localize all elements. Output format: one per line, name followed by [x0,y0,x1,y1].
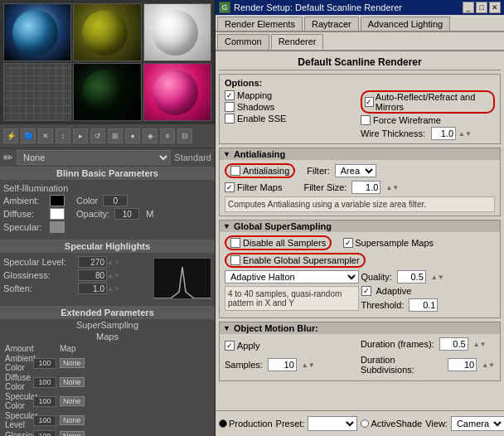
specular-swatch[interactable] [50,221,65,233]
duration-spinner[interactable]: ▲▼ [473,341,487,348]
filter-maps-checkbox[interactable] [225,182,235,192]
gloss-value[interactable] [78,269,107,281]
color-label: Color [76,196,98,206]
supersample-maps-checkbox[interactable] [343,238,353,248]
duration-value[interactable] [439,337,468,351]
shadows-checkbox[interactable] [225,102,235,112]
mb-grid: Apply Duration (frames): ▲▼ Samples: ▲▼ … [225,337,495,377]
threshold-row: Threshold: [361,298,496,312]
thumb-olive[interactable] [73,3,141,61]
amount-col-header: Amount [5,344,30,353]
filter-size-spinner[interactable]: ▲▼ [385,184,399,191]
production-radio-item: Production [219,419,273,429]
diffuse-swatch[interactable] [50,208,65,220]
filter-size-value[interactable] [351,181,380,194]
dur-subdiv-value[interactable] [448,358,477,371]
thumb-pink[interactable] [143,63,211,121]
tool-icon-3[interactable]: ✕ [38,128,53,143]
sampler-select[interactable]: Adaptive Halton [225,270,359,283]
apply-checkbox[interactable] [225,341,235,351]
wire-thickness-spinner[interactable]: ▲▼ [458,130,472,138]
specular-color-amount[interactable] [33,396,56,407]
activeshade-radio[interactable] [361,419,369,428]
threshold-value[interactable] [409,298,438,312]
aa-row-2: Filter Maps Filter Size: ▲▼ [225,181,495,194]
wire-thickness-value[interactable] [431,127,456,140]
maximize-button[interactable]: □ [476,2,487,13]
gs-collapse-icon[interactable]: ▼ [223,222,230,230]
gs-body: Disable all Samplers Supersample Maps En… [220,232,500,317]
aa-collapse-icon[interactable]: ▼ [223,150,230,158]
force-wireframe-checkbox[interactable] [361,115,371,125]
mode-select[interactable]: None [17,150,171,165]
duration-label: Duration (frames): [361,339,434,349]
ambient-color-map-btn[interactable]: None [60,358,85,368]
filter-select[interactable]: Area [335,164,376,177]
color-value[interactable] [103,195,128,206]
adaptive-row: Adaptive [361,286,496,296]
spec-level-spinner[interactable]: ▲▼ [107,259,120,266]
opacity-value[interactable] [114,208,139,220]
diffuse-color-map-btn[interactable]: None [60,377,85,387]
minimize-button[interactable]: _ [463,2,474,13]
enablesse-checkbox[interactable] [225,114,235,124]
gs-grid: Adaptive Halton 4 to 40 samples, quasi-r… [225,270,495,314]
tab-common[interactable]: Common [217,34,269,50]
adaptive-checkbox[interactable] [361,286,371,296]
mapping-checkbox[interactable] [225,90,235,100]
diffuse-color-amount[interactable] [33,377,56,388]
samples-value[interactable] [268,358,297,371]
dur-subdiv-spinner[interactable]: ▲▼ [482,361,495,369]
tool-icon-1[interactable]: ⚡ [3,128,18,143]
thumb-white[interactable] [143,3,211,61]
tool-icon-2[interactable]: 🔵 [21,128,36,143]
title-bar: G Render Setup: Default Scanline Rendere… [216,0,504,15]
samples-spinner[interactable]: ▲▼ [302,361,315,369]
antialiasing-checkbox[interactable] [230,166,240,176]
specular-level-amount[interactable] [33,415,56,426]
tool-icon-9[interactable]: ◈ [143,128,158,143]
production-radio[interactable] [219,419,227,428]
tab-renderer[interactable]: Renderer [271,34,324,50]
tool-icon-7[interactable]: ⊞ [108,128,123,143]
tool-icon-10[interactable]: ≡ [160,128,175,143]
spec-level-value[interactable] [78,256,107,268]
enable-global-checkbox[interactable] [230,255,240,265]
thumb-grid[interactable] [3,63,71,121]
tool-icon-11[interactable]: ⊟ [177,128,192,143]
ambient-swatch[interactable] [50,195,65,206]
glossiness-map-btn[interactable]: None [60,431,85,437]
glossiness-amount[interactable] [33,430,56,436]
tab-render-elements[interactable]: Render Elements [217,17,303,31]
soften-value[interactable] [78,283,107,294]
motion-blur-section: ▼ Object Motion Blur: Apply Duration (fr… [219,322,501,381]
soften-label: Soften: [3,283,78,293]
quality-spinner[interactable]: ▲▼ [431,274,444,281]
opacity-label: Opacity: [76,209,109,219]
close-button[interactable]: ✕ [489,2,501,13]
specular-level-label: Specular Level [5,411,30,429]
sampler-row: Adaptive Halton [225,270,359,283]
view-select[interactable]: Camera01 [451,416,504,431]
tool-icon-5[interactable]: ▸ [73,128,88,143]
specular-color-map-btn[interactable]: None [60,396,85,406]
soften-spinner[interactable]: ▲▼ [107,285,120,293]
quality-value[interactable] [397,270,426,283]
ambient-color-amount[interactable] [33,358,56,369]
aa-circle: Antialiasing [225,163,295,178]
tab-advanced-lighting[interactable]: Advanced Lighting [361,17,451,31]
tool-icon-8[interactable]: ♦ [125,128,140,143]
tool-icon-6[interactable]: ↺ [90,128,105,143]
tab-raytracer[interactable]: Raytracer [304,17,359,31]
disable-all-checkbox[interactable] [230,238,240,248]
tool-icon-4[interactable]: ↕ [56,128,70,143]
filter-label: Filter: [307,166,330,176]
disable-all-label: Disable all Samplers [243,238,326,248]
gloss-spinner[interactable]: ▲▼ [107,272,120,279]
specular-level-map-btn[interactable]: None [60,415,85,425]
mb-collapse-icon[interactable]: ▼ [223,324,230,332]
auto-reflect-checkbox[interactable] [365,97,374,107]
preset-select[interactable] [308,416,357,431]
thumb-sky[interactable] [3,3,71,61]
thumb-dark[interactable] [73,63,141,121]
